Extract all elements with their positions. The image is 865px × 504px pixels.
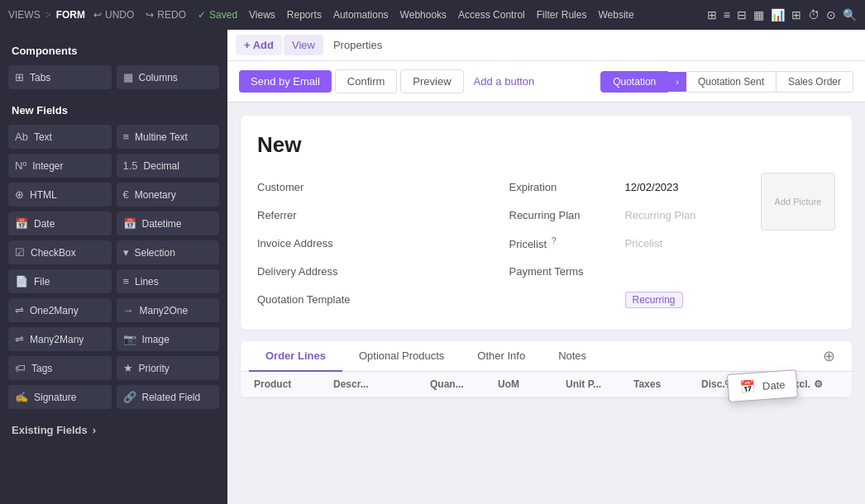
views-nav-link[interactable]: Views <box>249 9 275 21</box>
sidebar-item-monetary[interactable]: € Monetary <box>117 183 220 207</box>
icon5[interactable]: 📊 <box>771 8 785 21</box>
sidebar-item-one2many[interactable]: ⇌ One2Many <box>8 298 112 322</box>
properties-button[interactable]: Properties <box>325 35 390 55</box>
sidebar-item-integer[interactable]: Nº Integer <box>8 154 112 178</box>
sidebar-item-lines[interactable]: ≡ Lines <box>117 269 220 293</box>
form-title: New <box>257 132 835 158</box>
recurring-badge-row: Recurring <box>509 285 745 313</box>
referrer-label: Referrer <box>257 209 373 221</box>
signature-label: Signature <box>34 392 76 403</box>
existing-fields-section[interactable]: Existing Fields › <box>0 417 227 443</box>
icon4[interactable]: ▦ <box>753 8 764 21</box>
sidebar-item-text[interactable]: Ab Text <box>8 125 112 149</box>
send-by-email-button[interactable]: Send by Email <box>239 70 332 93</box>
date-icon: 📅 <box>15 217 28 230</box>
form-body: Customer Referrer Invoice Address D <box>257 173 835 313</box>
tab-optional-products[interactable]: Optional Products <box>342 341 461 372</box>
col-settings-icon[interactable]: ⚙ <box>814 378 823 390</box>
integer-icon: Nº <box>15 159 26 172</box>
sidebar-item-file[interactable]: 📄 File <box>8 269 112 293</box>
customer-label: Customer <box>257 181 373 193</box>
automations-nav-link[interactable]: Automations <box>333 9 389 21</box>
col-uom: UoM <box>493 378 561 390</box>
components-grid: ⊞ Tabs ▦ Columns <box>0 62 227 97</box>
tabs-icon: ⊞ <box>15 71 24 83</box>
new-fields-title: New Fields <box>0 97 227 121</box>
views-link[interactable]: VIEWS <box>8 9 41 21</box>
undo-button[interactable]: ↩ UNDO <box>93 9 134 21</box>
add-a-button-button[interactable]: Add a button <box>467 70 542 93</box>
lines-icon: ≡ <box>123 275 130 288</box>
components-title: Components <box>0 38 227 62</box>
add-button[interactable]: + Add <box>236 35 282 55</box>
sidebar-item-tabs[interactable]: ⊞ Tabs <box>8 65 112 89</box>
sidebar: Components ⊞ Tabs ▦ Columns New Fields A… <box>0 30 227 504</box>
status-quotation-sent[interactable]: Quotation Sent <box>686 71 777 93</box>
action-toolbar: Send by Email Confirm Preview Add a butt… <box>227 61 865 102</box>
form-label: FORM <box>56 9 85 21</box>
status-quotation[interactable]: Quotation <box>600 71 668 93</box>
status-sales-order[interactable]: Sales Order <box>777 71 853 93</box>
columns-label: Columns <box>139 72 178 83</box>
sidebar-item-checkbox[interactable]: ☑ CheckBox <box>8 240 112 264</box>
status-arrow: › <box>668 72 686 92</box>
sidebar-item-related-field[interactable]: 🔗 Related Field <box>117 385 220 409</box>
sidebar-item-image[interactable]: 📷 Image <box>117 327 220 351</box>
pricelist-value[interactable]: Pricelist <box>625 237 745 250</box>
icon6[interactable]: ⊞ <box>791 8 801 21</box>
referrer-field-row: Referrer <box>257 201 493 229</box>
html-label: HTML <box>30 189 57 201</box>
filter-rules-nav-link[interactable]: Filter Rules <box>537 9 587 21</box>
icon1[interactable]: ⊞ <box>707 8 717 21</box>
col-taxes: Taxes <box>628 378 696 390</box>
sidebar-item-columns[interactable]: ▦ Columns <box>117 65 220 89</box>
add-picture-button[interactable]: Add Picture <box>761 173 835 231</box>
status-bar: Quotation › Quotation Sent Sales Order <box>600 71 853 93</box>
tab-other-info[interactable]: Other Info <box>461 341 542 372</box>
tab-order-lines[interactable]: Order Lines <box>249 341 342 372</box>
view-button[interactable]: View <box>284 35 323 55</box>
main-layout: Components ⊞ Tabs ▦ Columns New Fields A… <box>0 30 865 504</box>
sidebar-item-signature[interactable]: ✍ Signature <box>8 385 112 409</box>
sidebar-item-many2many[interactable]: ⇌ Many2Many <box>8 327 112 351</box>
access-control-nav-link[interactable]: Access Control <box>458 9 525 21</box>
icon7[interactable]: ⏱ <box>808 8 820 21</box>
sidebar-item-multiline-text[interactable]: ≡ Multine Text <box>117 125 220 149</box>
tabs-label: Tabs <box>30 72 50 83</box>
webhooks-nav-link[interactable]: Webhooks <box>400 9 447 21</box>
recurring-plan-value[interactable]: Recurring Plan <box>625 209 745 221</box>
text-label: Text <box>34 131 52 143</box>
tab-add-button[interactable]: ⊕ <box>815 342 843 370</box>
preview-button[interactable]: Preview <box>400 69 463 93</box>
sidebar-item-tags[interactable]: 🏷 Tags <box>8 356 112 380</box>
sidebar-item-many2one[interactable]: → Many2One <box>117 298 220 322</box>
pricelist-help-icon[interactable]: ? <box>552 235 557 245</box>
file-icon: 📄 <box>15 275 28 288</box>
signature-icon: ✍ <box>15 391 28 403</box>
confirm-button[interactable]: Confirm <box>335 69 398 93</box>
sidebar-item-decimal[interactable]: 1.5 Decimal <box>117 154 220 178</box>
icon3[interactable]: ⊟ <box>737 8 747 21</box>
saved-indicator: ✓ Saved <box>198 9 237 21</box>
search-icon[interactable]: 🔍 <box>843 8 857 21</box>
form-area: New Customer Referrer Invoice A <box>227 102 865 504</box>
many2one-icon: → <box>123 304 134 316</box>
tab-notes[interactable]: Notes <box>542 341 603 372</box>
selection-icon: ▾ <box>123 246 129 259</box>
website-nav-link[interactable]: Website <box>598 9 633 21</box>
dragging-date-widget[interactable]: 📅 Date <box>727 369 799 402</box>
dragging-date-label: Date <box>762 378 785 392</box>
many2many-label: Many2Many <box>30 334 84 345</box>
reports-nav-link[interactable]: Reports <box>287 9 322 21</box>
sidebar-item-date[interactable]: 📅 Date <box>8 212 112 235</box>
expiration-value[interactable]: 12/02/2023 <box>625 181 745 193</box>
sidebar-item-selection[interactable]: ▾ Selection <box>117 240 220 264</box>
integer-label: Integer <box>32 160 63 172</box>
sidebar-item-datetime[interactable]: 📅 Datetime <box>117 212 220 235</box>
icon2[interactable]: ≡ <box>724 8 730 21</box>
sidebar-item-priority[interactable]: ★ Priority <box>117 356 220 380</box>
sidebar-item-html[interactable]: ⊕ HTML <box>8 183 112 207</box>
icon8[interactable]: ⊙ <box>826 8 836 21</box>
form-right: Expiration 12/02/2023 Recurring Plan Rec… <box>509 173 745 313</box>
redo-button[interactable]: ↪ REDO <box>146 9 186 21</box>
